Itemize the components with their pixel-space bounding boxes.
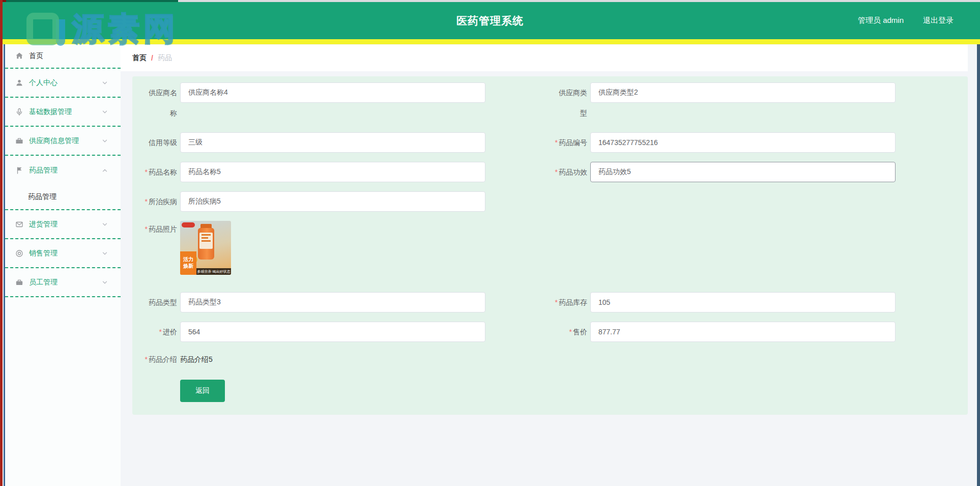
drug-no-label: *药品编号 [553,132,587,153]
drug-detail-form: 供应商名称 供应商类型 信用等级 *药品编号 [132,76,968,415]
form-row: *药品介绍 药品介绍5 [142,351,968,364]
drug-effect-field[interactable] [590,162,896,182]
form-row: 返回 [142,380,968,402]
supplier-name-field[interactable] [180,82,485,103]
form-row: *进价 *售价 [142,322,968,342]
sidebar-item-base-data[interactable]: 基础数据管理 [5,98,121,127]
photo-tagline: 活力焕新 [180,251,196,275]
breadcrumb: 首页 / 药品 [121,45,968,71]
briefcase-icon [15,137,23,145]
sidebar-item-label: 首页 [29,51,43,61]
logout-link[interactable]: 退出登录 [923,16,954,25]
sidebar-item-employee-mgmt[interactable]: 员工管理 [5,268,121,297]
drug-effect-label: *药品功效 [553,162,587,182]
sidebar-item-purchase-mgmt[interactable]: 进货管理 [5,210,121,239]
sidebar-item-label: 基础数据管理 [29,107,72,117]
sidebar-item-label: 供应商信息管理 [29,136,79,146]
back-button[interactable]: 返回 [180,380,225,402]
drug-type-field[interactable] [180,292,485,312]
form-row: *药品照片 活力焕新 多维营养 喝出好状态 [142,221,968,275]
sidebar-item-label: 药品管理 [29,166,57,175]
photo-badge [182,222,195,227]
disease-field[interactable] [180,191,485,212]
user-icon [15,79,23,87]
photo-bottle [198,228,214,260]
chevron-down-icon [101,137,108,145]
form-row: *所治疾病 [142,191,968,212]
supplier-type-label: 供应商类型 [553,82,587,123]
credit-level-label: 信用等级 [142,132,177,153]
form-row: 供应商名称 供应商类型 [142,82,968,123]
yellow-divider [0,39,980,44]
sidebar-item-drug-mgmt[interactable]: 药品管理 [5,156,121,185]
chevron-down-icon [101,79,108,87]
form-row: 信用等级 *药品编号 [142,132,968,153]
purchase-price-field[interactable] [180,322,485,342]
chevron-down-icon [101,250,108,257]
envelope-icon [15,220,23,228]
intro-label: *药品介绍 [142,351,177,364]
sidebar-subitem-label: 药品管理 [28,192,56,202]
top-edge-strip [0,0,980,2]
scrollbar[interactable] [977,44,980,486]
left-red-stripe [0,0,3,486]
stock-field[interactable] [590,292,896,312]
at-circle-icon [15,249,23,258]
chevron-down-icon [101,221,108,228]
sidebar-item-label: 销售管理 [29,249,57,258]
sidebar-item-label: 员工管理 [29,278,57,287]
photo-caption: 多维营养 喝出好状态 [196,268,231,275]
breadcrumb-current: 药品 [158,53,172,63]
supplier-type-field[interactable] [590,82,896,103]
drug-type-label: 药品类型 [142,292,177,312]
stock-label: *药品库存 [553,292,587,312]
drug-photo-thumbnail[interactable]: 活力焕新 多维营养 喝出好状态 [180,221,231,275]
sidebar-item-label: 个人中心 [29,78,57,88]
disease-label: *所治疾病 [142,191,177,212]
breadcrumb-separator: / [151,54,153,62]
sidebar-item-home[interactable]: 首页 [5,44,121,69]
drug-photo-label: *药品照片 [142,221,177,234]
sidebar: 首页 个人中心 基础数据管理 供应商信息管理 药品管理 药品管理 进货管理 [5,44,121,486]
header-right-nav: 管理员 admin 退出登录 [858,2,954,39]
page: 医药管理系统 管理员 admin 退出登录 源素网 首页 个人中心 基础数据管理 [0,0,980,486]
purchase-price-label: *进价 [142,322,177,342]
sidebar-item-label: 进货管理 [29,220,57,229]
sidebar-subitem-drug-mgmt[interactable]: 药品管理 [5,185,121,210]
form-row: *药品名称 *药品功效 [142,162,968,182]
supplier-name-label: 供应商名称 [142,82,177,123]
flag-icon [15,166,23,175]
main-content: 首页 / 药品 供应商名称 供应商类型 信用等级 [121,44,977,486]
form-row: 药品类型 *药品库存 [142,292,968,312]
sale-price-field[interactable] [590,322,896,342]
microphone-icon [15,108,23,116]
app-header: 医药管理系统 管理员 admin 退出登录 [0,0,980,39]
drug-no-field[interactable] [590,132,896,153]
credit-level-field[interactable] [180,132,485,153]
sidebar-item-personal-center[interactable]: 个人中心 [5,69,121,98]
drug-name-label: *药品名称 [142,162,177,182]
home-icon [15,52,23,60]
sale-price-label: *售价 [553,322,587,342]
app-title: 医药管理系统 [456,2,524,39]
admin-user-label[interactable]: 管理员 admin [858,16,904,25]
toolbox-icon [15,278,23,287]
chevron-down-icon [101,108,108,116]
left-blue-stripe [4,44,5,486]
drug-name-field[interactable] [180,162,485,182]
chevron-up-icon [101,167,108,174]
breadcrumb-home[interactable]: 首页 [132,53,147,63]
sidebar-item-supplier-info[interactable]: 供应商信息管理 [5,127,121,156]
sidebar-item-sales-mgmt[interactable]: 销售管理 [5,239,121,268]
chevron-down-icon [101,279,108,286]
intro-value: 药品介绍5 [180,351,213,364]
